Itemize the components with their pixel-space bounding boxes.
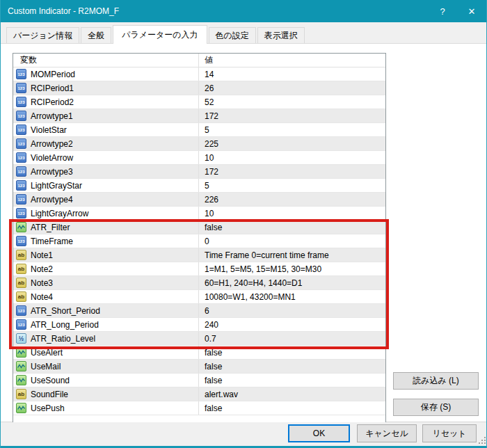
parameter-row[interactable]: abNote360=H1, 240=H4, 1440=D1 <box>13 276 385 290</box>
parameter-row[interactable]: 123LightGrayArrow10 <box>13 207 385 221</box>
parameter-row[interactable]: 123Arrowtype1172 <box>13 109 385 123</box>
tab-version-info[interactable]: バージョン情報 <box>6 27 79 43</box>
integer-icon: 123 <box>16 194 26 205</box>
resize-grip[interactable] <box>479 437 486 444</box>
param-value[interactable]: false <box>198 401 385 415</box>
param-value[interactable]: 52 <box>198 95 385 109</box>
param-value[interactable]: false <box>198 221 385 234</box>
parameter-row[interactable]: abSoundFilealert.wav <box>13 387 385 401</box>
tab-color-settings[interactable]: 色の設定 <box>209 27 256 43</box>
integer-icon: 123 <box>16 152 26 163</box>
window-title: Custom Indicator - R2MOM_F <box>1 6 428 16</box>
parameter-row[interactable]: UseSoundfalse <box>13 374 385 387</box>
param-name: TimeFrame <box>31 237 73 246</box>
param-value[interactable]: 1=M1, 5=M5, 15=M15, 30=M30 <box>198 262 385 275</box>
parameter-table: 変数 値 123MOMPeriod14123RCIPeriod126123RCI… <box>13 53 386 423</box>
param-value[interactable]: 5 <box>198 123 385 136</box>
param-name: Arrowtype4 <box>31 195 73 205</box>
cancel-button[interactable]: キャンセル <box>357 424 417 442</box>
parameter-row[interactable]: 123MOMPeriod14 <box>13 67 385 81</box>
tab-display-selection[interactable]: 表示選択 <box>257 27 305 43</box>
integer-icon: 123 <box>16 180 26 191</box>
integer-icon: 123 <box>16 138 26 149</box>
parameter-row[interactable]: abNote410080=W1, 43200=MN1 <box>13 290 385 304</box>
param-value[interactable]: 5 <box>198 179 385 192</box>
boolean-icon <box>16 347 26 358</box>
param-name: RCIPeriod1 <box>31 83 74 93</box>
parameter-row[interactable]: 123ATR_Long_Period240 <box>13 318 385 332</box>
parameter-row[interactable]: 123TimeFrame0 <box>13 234 385 248</box>
param-name: Note3 <box>31 278 53 288</box>
param-value[interactable]: 10 <box>198 207 385 220</box>
param-name: Note1 <box>31 250 53 260</box>
parameter-row[interactable]: ATR_Filterfalse <box>13 221 385 234</box>
param-value[interactable]: 60=H1, 240=H4, 1440=D1 <box>198 276 385 289</box>
custom-indicator-dialog: Custom Indicator - R2MOM_F ? ✕ バージョン情報 全… <box>0 0 487 448</box>
parameter-row[interactable]: UseMailfalse <box>13 360 385 374</box>
param-name: VioletStar <box>31 125 67 135</box>
param-value[interactable]: 172 <box>198 165 385 178</box>
parameter-row[interactable]: 123ATR_Short_Period6 <box>13 304 385 318</box>
param-value[interactable]: Time Frame 0=current time frame <box>198 248 385 262</box>
table-header-row: 変数 値 <box>13 54 385 67</box>
parameter-row[interactable]: 123Arrowtype2225 <box>13 137 385 151</box>
param-value[interactable]: 226 <box>198 193 385 206</box>
string-icon: ab <box>16 250 26 260</box>
param-value[interactable]: 0.7 <box>198 332 385 345</box>
integer-icon: 123 <box>16 208 26 218</box>
param-value[interactable]: 225 <box>198 137 385 150</box>
parameter-row[interactable]: UseAlertfalse <box>13 346 385 360</box>
save-button[interactable]: 保存 (S) <box>393 399 479 416</box>
param-name: ATR_Filter <box>31 223 70 232</box>
param-name: Arrowtype1 <box>31 111 73 121</box>
param-name: ATR_Short_Period <box>31 306 100 316</box>
parameter-row[interactable]: UsePushfalse <box>13 401 385 415</box>
load-button[interactable]: 読み込み (L) <box>393 372 479 390</box>
param-value[interactable]: false <box>198 360 385 373</box>
param-value[interactable]: 172 <box>198 109 385 122</box>
parameter-row[interactable]: 123RCIPeriod126 <box>13 81 385 95</box>
integer-icon: 123 <box>16 83 26 93</box>
title-bar: Custom Indicator - R2MOM_F ? ✕ <box>1 0 486 22</box>
tab-parameter-input[interactable]: パラメーターの入力 <box>113 25 207 44</box>
param-value[interactable]: false <box>198 346 385 359</box>
param-value[interactable]: 240 <box>198 318 385 331</box>
column-header-variable: 変数 <box>13 54 198 67</box>
param-name: UseMail <box>31 362 61 371</box>
param-value[interactable]: 10080=W1, 43200=MN1 <box>198 290 385 303</box>
reset-button[interactable]: リセット <box>422 424 477 442</box>
parameter-row[interactable]: 123VioletArrow10 <box>13 151 385 165</box>
param-value[interactable]: 26 <box>198 81 385 95</box>
parameter-row[interactable]: 123Arrowtype4226 <box>13 193 385 207</box>
param-name: UseAlert <box>31 348 63 358</box>
integer-icon: 123 <box>16 319 26 330</box>
param-value[interactable]: 0 <box>198 234 385 248</box>
parameter-row[interactable]: 123LightGrayStar5 <box>13 179 385 193</box>
param-name: UsePush <box>31 403 65 413</box>
param-name: ATR_Long_Period <box>31 320 99 330</box>
param-value[interactable]: 14 <box>198 67 385 81</box>
string-icon: ab <box>16 264 26 274</box>
ok-button[interactable]: OK <box>288 424 350 442</box>
param-name: VioletArrow <box>31 153 73 163</box>
boolean-icon <box>16 222 26 232</box>
parameter-row[interactable]: 123VioletStar5 <box>13 123 385 137</box>
parameter-row[interactable]: ½ATR_Ratio_Level0.7 <box>13 332 385 346</box>
param-value[interactable]: 10 <box>198 151 385 164</box>
help-button[interactable]: ? <box>428 0 457 22</box>
parameter-row[interactable]: 123RCIPeriod252 <box>13 95 385 109</box>
param-value[interactable]: false <box>198 374 385 387</box>
string-icon: ab <box>16 291 26 302</box>
tab-general[interactable]: 全般 <box>81 27 111 43</box>
parameter-row[interactable]: abNote21=M1, 5=M5, 15=M15, 30=M30 <box>13 262 385 276</box>
param-name: LightGrayStar <box>31 181 82 191</box>
param-value[interactable]: alert.wav <box>198 387 385 401</box>
close-icon[interactable]: ✕ <box>457 0 486 22</box>
parameter-row[interactable]: 123Arrowtype3172 <box>13 165 385 179</box>
param-value[interactable]: 6 <box>198 304 385 317</box>
integer-icon: 123 <box>16 111 26 121</box>
parameter-row[interactable]: abNote1Time Frame 0=current time frame <box>13 248 385 262</box>
integer-icon: 123 <box>16 305 26 316</box>
footer-bar: OK キャンセル リセット <box>1 422 487 446</box>
param-name: Arrowtype2 <box>31 139 73 149</box>
